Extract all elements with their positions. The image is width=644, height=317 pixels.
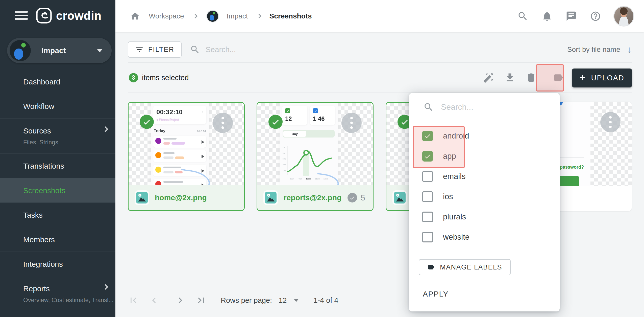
- label-option-emails[interactable]: emails: [409, 166, 560, 187]
- apply-button[interactable]: APPLY: [423, 290, 449, 298]
- previous-page-icon[interactable]: [148, 295, 160, 306]
- checkbox-checked-icon[interactable]: [422, 131, 433, 141]
- checkbox-unchecked-icon[interactable]: [422, 171, 433, 182]
- breadcrumb: Workspace Impact Screenshots: [115, 11, 312, 22]
- hamburger-menu-icon[interactable]: [15, 11, 28, 21]
- sidebar-item-sources[interactable]: Sources Files, Strings: [0, 118, 115, 153]
- delete-trash-icon[interactable]: [526, 72, 537, 83]
- label-option-ios[interactable]: ios: [409, 187, 560, 207]
- chat-icon[interactable]: [566, 11, 577, 22]
- sort-direction-arrow-icon[interactable]: ↓: [627, 45, 632, 54]
- sidebar-item-integrations[interactable]: Integrations: [0, 252, 115, 276]
- sidebar-nav: Dashboard Workflow Sources Files, String…: [0, 70, 115, 311]
- svg-text:10am: 10am: [306, 178, 311, 180]
- screenshot-card-home[interactable]: 00:32:10 › ○ Fitness Project Today See A…: [128, 102, 245, 211]
- top-header: Workspace Impact Screenshots: [115, 0, 644, 32]
- sidebar-item-reports-sublabel: Overview, Cost estimate, Transl...: [23, 297, 115, 304]
- sidebar-header: crowdin: [0, 0, 115, 32]
- rows-per-page-label: Rows per page:: [221, 296, 272, 305]
- header-actions: [517, 7, 644, 26]
- auto-tag-wand-icon[interactable]: [483, 72, 494, 83]
- card-menu-button[interactable]: [213, 113, 233, 133]
- selected-count-badge: 3: [129, 73, 138, 82]
- screenshot-search: [190, 41, 417, 58]
- help-icon[interactable]: [590, 11, 601, 22]
- search-input[interactable]: [206, 45, 398, 54]
- tags-count-badge: 5: [348, 193, 365, 202]
- image-file-icon: [265, 192, 277, 203]
- card-footer: reports@2x.png 5: [257, 185, 373, 210]
- breadcrumb-page: Screenshots: [269, 12, 312, 20]
- home-icon[interactable]: [130, 11, 140, 21]
- preview-phone-mockup: 00:32:10 › ○ Fitness Project Today See A…: [151, 103, 209, 185]
- chevron-right-icon: [193, 14, 197, 18]
- breadcrumb-workspace[interactable]: Workspace: [149, 12, 184, 20]
- labels-search-input[interactable]: [441, 102, 542, 112]
- rows-per-page-caret-icon[interactable]: [294, 299, 299, 302]
- card-footer: home@2x.png: [129, 185, 244, 210]
- project-avatar: [10, 40, 31, 61]
- sidebar: crowdin Impact Dashboard Workflow Source…: [0, 0, 115, 317]
- screenshot-card-reports[interactable]: 12 1 46 Day 2h1h50m30m10m 8am9am10am11am…: [257, 102, 374, 211]
- bulk-actions: [483, 72, 564, 84]
- checkbox-unchecked-icon[interactable]: [422, 191, 433, 202]
- download-icon[interactable]: [504, 72, 515, 83]
- svg-text:9am: 9am: [299, 178, 302, 180]
- label-option-android[interactable]: android: [409, 126, 560, 146]
- sidebar-item-sources-sublabel: Files, Strings: [23, 139, 115, 146]
- divider: [128, 62, 632, 63]
- crowdin-logo-icon: [36, 8, 52, 24]
- last-page-icon[interactable]: [195, 295, 207, 306]
- chevron-down-icon: [97, 49, 103, 52]
- notifications-bell-icon[interactable]: [541, 11, 553, 22]
- search-icon: [190, 44, 200, 55]
- sidebar-item-tasks[interactable]: Tasks: [0, 202, 115, 227]
- rows-per-page-value[interactable]: 12: [279, 296, 287, 305]
- card-menu-button[interactable]: [341, 113, 362, 133]
- sort-control[interactable]: Sort by file name ↓: [567, 41, 632, 58]
- search-icon[interactable]: [517, 11, 528, 22]
- checkbox-unchecked-icon[interactable]: [422, 212, 433, 222]
- manage-labels-button[interactable]: MANAGE LABELS: [419, 259, 511, 275]
- upload-button[interactable]: + UPLOAD: [572, 69, 632, 87]
- sidebar-item-dashboard[interactable]: Dashboard: [0, 70, 115, 94]
- sidebar-item-screenshots[interactable]: Screenshots: [0, 178, 115, 202]
- sidebar-item-members[interactable]: Members: [0, 227, 115, 252]
- divider: [409, 281, 560, 281]
- sidebar-item-translations[interactable]: Translations: [0, 153, 115, 178]
- logo-text: crowdin: [56, 9, 102, 22]
- card-menu-button[interactable]: [600, 112, 621, 132]
- svg-text:30m: 30m: [283, 164, 286, 166]
- labels-search: [409, 93, 560, 121]
- label-option-app[interactable]: app: [409, 146, 560, 166]
- svg-text:50m: 50m: [283, 158, 286, 160]
- user-avatar[interactable]: [614, 7, 633, 26]
- breadcrumb-project[interactable]: Impact: [227, 12, 248, 20]
- crowdin-logo[interactable]: crowdin: [36, 8, 102, 24]
- svg-text:1h: 1h: [283, 152, 285, 154]
- chevron-right-icon: [257, 14, 261, 18]
- svg-text:2h: 2h: [283, 146, 285, 148]
- image-file-icon: [394, 192, 406, 203]
- checkbox-unchecked-icon[interactable]: [422, 232, 433, 242]
- project-name: Impact: [41, 46, 66, 55]
- label-option-plurals[interactable]: plurals: [409, 207, 560, 227]
- sidebar-item-reports[interactable]: Reports Overview, Cost estimate, Transl.…: [0, 276, 115, 311]
- first-page-icon[interactable]: [128, 295, 139, 306]
- file-name[interactable]: reports@2x.png: [284, 193, 341, 202]
- file-name[interactable]: home@2x.png: [155, 193, 207, 202]
- label-tag-icon[interactable]: [553, 72, 564, 83]
- image-file-icon: [136, 192, 148, 203]
- divider: [128, 93, 632, 93]
- checkbox-checked-icon[interactable]: [422, 151, 433, 162]
- check-badge-icon: [348, 193, 357, 202]
- pagination: Rows per page: 12 1-4 of 4: [128, 295, 338, 306]
- selected-items-label: items selected: [142, 74, 189, 82]
- selected-check-icon[interactable]: [140, 115, 154, 129]
- label-option-website[interactable]: website: [409, 227, 560, 247]
- selected-check-icon[interactable]: [268, 115, 283, 129]
- sidebar-item-workflow[interactable]: Workflow: [0, 94, 115, 118]
- filter-button[interactable]: FILTER: [128, 41, 182, 58]
- next-page-icon[interactable]: [175, 295, 186, 306]
- project-selector[interactable]: Impact: [7, 38, 112, 63]
